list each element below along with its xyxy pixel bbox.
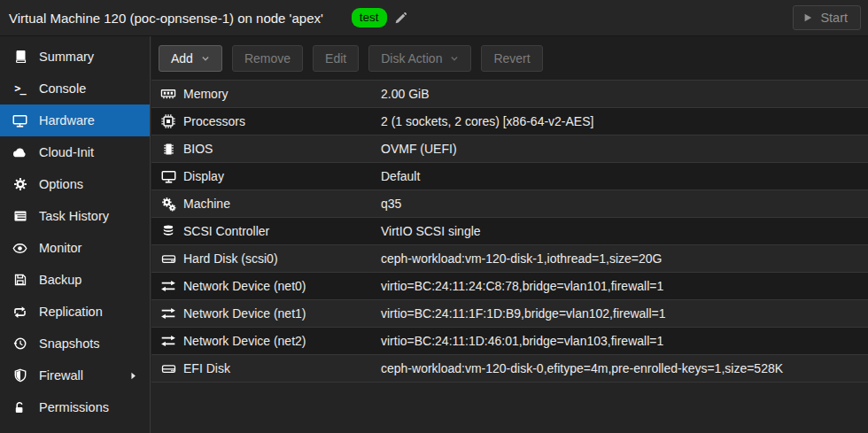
cloud-icon <box>12 145 28 160</box>
row-label: Processors <box>183 114 381 128</box>
button-label: Disk Action <box>381 51 442 66</box>
hardware-toolbar: AddRemoveEditDisk ActionRevert <box>151 36 868 80</box>
display-icon <box>159 169 177 184</box>
hardware-table: Memory2.00 GiBProcessors2 (1 sockets, 2 … <box>151 80 868 383</box>
network-icon <box>159 305 177 321</box>
cpu-icon <box>159 113 177 129</box>
sidebar-item-label: Backup <box>39 273 81 287</box>
table-row-efi-disk[interactable]: EFI Diskceph-workload:vm-120-disk-0,efit… <box>151 355 868 383</box>
sidebar: Summary>_ConsoleHardwareCloud-InitOption… <box>0 36 151 433</box>
table-row-network-device-net1-[interactable]: Network Device (net1)virtio=BC:24:11:1F:… <box>151 300 868 328</box>
row-label: Network Device (net1) <box>183 306 381 321</box>
shield-icon <box>12 368 28 383</box>
add-button[interactable]: Add <box>159 45 222 72</box>
row-value: virtio=BC:24:11:1D:46:01,bridge=vlan103,… <box>381 334 663 348</box>
row-value: virtio=BC:24:11:24:C8:78,bridge=vlan101,… <box>381 279 663 293</box>
table-row-scsi-controller[interactable]: SCSI ControllerVirtIO SCSI single <box>151 218 868 245</box>
row-value: VirtIO SCSI single <box>381 224 481 238</box>
chevron-down-icon <box>201 54 210 63</box>
start-button[interactable]: Start <box>793 5 861 30</box>
sidebar-item-snapshots[interactable]: Snapshots <box>0 328 150 360</box>
button-label: Add <box>171 51 193 66</box>
table-row-hard-disk-scsi0-[interactable]: Hard Disk (scsi0)ceph-workload:vm-120-di… <box>151 245 868 273</box>
sidebar-item-cloud-init[interactable]: Cloud-Init <box>0 136 150 168</box>
row-value: 2.00 GiB <box>381 87 429 101</box>
sidebar-item-monitor[interactable]: Monitor <box>0 232 150 264</box>
sidebar-item-label: Permissions <box>39 400 109 414</box>
topbar: Virtual Machine 120 (poc-opnsense-1) on … <box>0 0 868 36</box>
hdd-icon <box>159 251 177 267</box>
row-label: EFI Disk <box>183 361 381 375</box>
row-value: 2 (1 sockets, 2 cores) [x86-64-v2-AES] <box>381 114 593 128</box>
database-icon <box>159 224 177 238</box>
caret-right-icon <box>128 371 138 381</box>
row-value: Default <box>381 169 420 183</box>
row-value: OVMF (UEFI) <box>381 142 457 156</box>
vm-tag-badge: test <box>352 8 387 28</box>
sidebar-item-label: Console <box>39 81 86 96</box>
gear-icon <box>12 177 28 191</box>
sidebar-item-hardware[interactable]: Hardware <box>0 104 150 136</box>
revert-button[interactable]: Revert <box>481 45 542 72</box>
row-label: Display <box>183 169 381 183</box>
sidebar-item-label: Hardware <box>39 113 95 128</box>
memory-icon <box>159 86 177 102</box>
sidebar-item-summary[interactable]: Summary <box>0 41 150 73</box>
network-icon <box>159 333 177 349</box>
play-icon <box>802 12 813 23</box>
sidebar-item-label: Firewall <box>39 368 83 383</box>
table-row-memory[interactable]: Memory2.00 GiB <box>151 81 868 108</box>
row-label: BIOS <box>183 142 381 156</box>
row-label: Network Device (net2) <box>183 334 381 348</box>
table-row-processors[interactable]: Processors2 (1 sockets, 2 cores) [x86-64… <box>151 108 868 135</box>
tag-edit-pencil-icon[interactable] <box>394 12 407 25</box>
button-label: Revert <box>493 51 530 66</box>
floppy-icon <box>12 273 28 287</box>
network-icon <box>159 278 177 294</box>
cogs-icon <box>159 197 177 212</box>
start-button-label: Start <box>820 11 848 25</box>
row-value: ceph-workload:vm-120-disk-0,efitype=4m,p… <box>381 361 783 375</box>
row-label: Hard Disk (scsi0) <box>183 251 381 266</box>
sidebar-item-backup[interactable]: Backup <box>0 264 150 296</box>
row-value: virtio=BC:24:11:1F:1D:B9,bridge=vlan102,… <box>381 306 666 321</box>
remove-button[interactable]: Remove <box>232 45 303 72</box>
sidebar-item-label: Task History <box>39 209 109 223</box>
table-row-network-device-net2-[interactable]: Network Device (net2)virtio=BC:24:11:1D:… <box>151 328 868 355</box>
sidebar-item-label: Cloud-Init <box>39 145 94 159</box>
row-label: SCSI Controller <box>183 224 381 238</box>
sidebar-item-label: Summary <box>39 50 94 64</box>
eye-icon <box>12 241 28 256</box>
sidebar-item-label: Snapshots <box>39 336 100 351</box>
list-icon <box>12 209 28 223</box>
row-label: Network Device (net0) <box>183 279 381 293</box>
table-row-display[interactable]: DisplayDefault <box>151 163 868 190</box>
row-label: Machine <box>183 197 381 211</box>
sidebar-item-console[interactable]: >_Console <box>0 73 150 104</box>
page-title: Virtual Machine 120 (poc-opnsense-1) on … <box>9 11 323 26</box>
hdd-icon <box>159 361 177 376</box>
retweet-icon <box>12 305 28 320</box>
disk-action-button[interactable]: Disk Action <box>368 45 471 72</box>
table-row-bios[interactable]: BIOSOVMF (UEFI) <box>151 135 868 163</box>
edit-button[interactable]: Edit <box>313 45 359 72</box>
history-icon <box>12 336 28 351</box>
table-row-network-device-net0-[interactable]: Network Device (net0)virtio=BC:24:11:24:… <box>151 273 868 300</box>
button-label: Remove <box>244 51 291 66</box>
sidebar-item-label: Options <box>39 177 83 191</box>
sidebar-item-replication[interactable]: Replication <box>0 296 150 328</box>
row-value: q35 <box>381 197 401 211</box>
sidebar-item-task-history[interactable]: Task History <box>0 200 150 232</box>
table-row-machine[interactable]: Machineq35 <box>151 190 868 218</box>
row-value: ceph-workload:vm-120-disk-1,iothread=1,s… <box>381 251 663 266</box>
unlock-icon <box>12 400 28 414</box>
chevron-down-icon <box>450 54 459 63</box>
sidebar-item-firewall[interactable]: Firewall <box>0 360 150 391</box>
terminal-icon: >_ <box>12 82 28 95</box>
bios-chip-icon <box>159 142 177 157</box>
sidebar-item-options[interactable]: Options <box>0 168 150 200</box>
display-icon <box>12 113 28 128</box>
button-label: Edit <box>325 51 346 66</box>
sidebar-item-label: Monitor <box>39 241 81 255</box>
sidebar-item-permissions[interactable]: Permissions <box>0 391 150 423</box>
